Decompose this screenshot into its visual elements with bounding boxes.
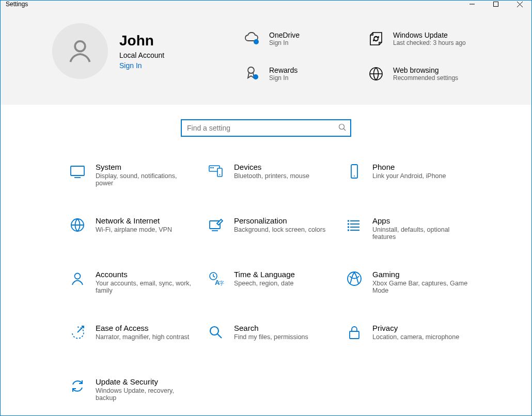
- cat-sub: Find my files, permissions: [234, 333, 308, 341]
- svg-rect-7: [71, 166, 84, 175]
- tile-onedrive[interactable]: OneDrive Sign In: [242, 23, 356, 54]
- category-accounts[interactable]: Accounts Your accounts, email, sync, wor…: [69, 270, 207, 310]
- category-network[interactable]: Network & Internet Wi-Fi, airplane mode,…: [69, 216, 207, 257]
- cat-sub: Speech, region, date: [234, 280, 295, 287]
- svg-point-26: [210, 327, 218, 335]
- user-name: John: [119, 33, 164, 49]
- tile-sub: Sign In: [269, 39, 300, 46]
- category-search[interactable]: Search Find my files, permissions: [207, 324, 346, 364]
- category-devices[interactable]: Devices Bluetooth, printers, mouse: [207, 163, 346, 203]
- avatar: [52, 23, 108, 79]
- category-gaming[interactable]: Gaming Xbox Game Bar, captures, Game Mod…: [346, 270, 484, 310]
- category-update-security[interactable]: Update & Security Windows Update, recove…: [69, 377, 207, 416]
- tile-sub: Recommended settings: [393, 74, 458, 82]
- window-title: Settings: [6, 1, 28, 8]
- globe-icon: [366, 64, 386, 84]
- cat-sub: Xbox Game Bar, captures, Game Mode: [372, 280, 471, 294]
- svg-point-14: [354, 175, 355, 177]
- category-system[interactable]: System Display, sound, notifications, po…: [69, 163, 207, 203]
- category-personalization[interactable]: Personalization Background, lock screen,…: [207, 216, 346, 257]
- category-privacy[interactable]: Privacy Location, camera, microphone: [346, 324, 484, 364]
- svg-rect-9: [217, 168, 222, 177]
- cat-title: Accounts: [96, 270, 194, 279]
- cat-sub: Uninstall, defaults, optional features: [372, 226, 471, 241]
- cat-title: Search: [234, 324, 308, 332]
- phone-icon: [346, 163, 363, 180]
- network-icon: [69, 216, 86, 234]
- svg-rect-12: [212, 167, 214, 168]
- header-tiles: OneDrive Sign In Windows Update Last ch: [242, 23, 480, 89]
- cat-title: Update & Security: [96, 377, 194, 386]
- svg-point-6: [339, 124, 345, 130]
- svg-rect-17: [348, 220, 349, 222]
- tile-sub: Sign In: [269, 74, 298, 82]
- cat-title: Privacy: [372, 324, 459, 332]
- category-time-language[interactable]: A 字 Time & Language Speech, region, date: [207, 270, 346, 310]
- svg-rect-19: [348, 227, 349, 228]
- account-type: Local Account: [119, 51, 164, 59]
- cat-sub: Location, camera, microphone: [372, 333, 459, 341]
- svg-point-1: [75, 41, 85, 52]
- svg-point-10: [220, 174, 221, 175]
- user-info: John Local Account Sign In: [119, 33, 164, 70]
- cat-title: Apps: [372, 216, 471, 225]
- cloud-icon: [242, 29, 262, 49]
- svg-point-2: [254, 39, 259, 44]
- tile-windows-update[interactable]: Windows Update Last checked: 3 hours ago: [366, 23, 480, 54]
- cat-title: Devices: [234, 163, 309, 171]
- update-icon: [366, 29, 386, 49]
- svg-rect-20: [348, 230, 349, 231]
- cat-sub: Bluetooth, printers, mouse: [234, 172, 309, 180]
- privacy-icon: [346, 324, 363, 341]
- svg-point-21: [75, 274, 81, 279]
- svg-rect-18: [348, 223, 349, 225]
- cat-sub: Windows Update, recovery, backup: [96, 387, 194, 402]
- cat-title: Gaming: [372, 270, 471, 279]
- tile-title: Rewards: [269, 66, 298, 74]
- cat-sub: Background, lock screen, colors: [234, 226, 325, 233]
- cat-sub: Link your Android, iPhone: [372, 172, 446, 180]
- categories-grid: System Display, sound, notifications, po…: [1, 142, 531, 416]
- update-security-icon: [69, 377, 86, 395]
- caption-buttons: [460, 1, 531, 8]
- tile-sub: Last checked: 3 hours ago: [393, 39, 466, 46]
- search-input[interactable]: [186, 123, 338, 133]
- titlebar: Settings: [1, 1, 531, 8]
- gaming-icon: [346, 270, 363, 287]
- svg-rect-27: [350, 331, 359, 339]
- cat-title: Phone: [372, 163, 446, 171]
- cat-title: Ease of Access: [96, 324, 189, 332]
- close-button[interactable]: [508, 1, 531, 8]
- settings-window: Settings John Local Account: [0, 0, 532, 416]
- cat-title: Time & Language: [234, 270, 295, 279]
- cat-sub: Display, sound, notifications, power: [96, 172, 194, 187]
- cat-title: System: [96, 163, 194, 171]
- accounts-icon: [69, 270, 86, 287]
- tile-rewards[interactable]: Rewards Sign In: [242, 58, 356, 89]
- apps-icon: [346, 216, 363, 234]
- tile-title: Windows Update: [393, 31, 466, 39]
- category-apps[interactable]: Apps Uninstall, defaults, optional featu…: [346, 216, 484, 257]
- svg-rect-0: [494, 2, 498, 7]
- cat-title: Network & Internet: [96, 216, 172, 225]
- search-box[interactable]: [181, 119, 351, 137]
- tile-title: Web browsing: [393, 66, 458, 74]
- minimize-button[interactable]: [460, 1, 484, 8]
- category-ease-of-access[interactable]: Ease of Access Narrator, magnifier, high…: [69, 324, 207, 364]
- rewards-icon: [242, 64, 262, 84]
- personalization-icon: [207, 216, 225, 234]
- tile-web-browsing[interactable]: Web browsing Recommended settings: [366, 58, 480, 89]
- devices-icon: [207, 163, 225, 180]
- cat-sub: Narrator, magnifier, high contrast: [96, 333, 189, 341]
- user-block: John Local Account Sign In: [52, 23, 164, 79]
- maximize-button[interactable]: [484, 1, 508, 8]
- header: John Local Account Sign In OneDrive Sign…: [1, 8, 531, 105]
- svg-rect-11: [210, 167, 212, 168]
- signin-link[interactable]: Sign In: [119, 61, 164, 70]
- category-phone[interactable]: Phone Link your Android, iPhone: [346, 163, 484, 203]
- svg-point-4: [253, 74, 258, 79]
- ease-icon: [69, 324, 86, 341]
- tile-title: OneDrive: [269, 31, 300, 39]
- svg-point-3: [248, 67, 254, 73]
- time-language-icon: A 字: [207, 270, 225, 287]
